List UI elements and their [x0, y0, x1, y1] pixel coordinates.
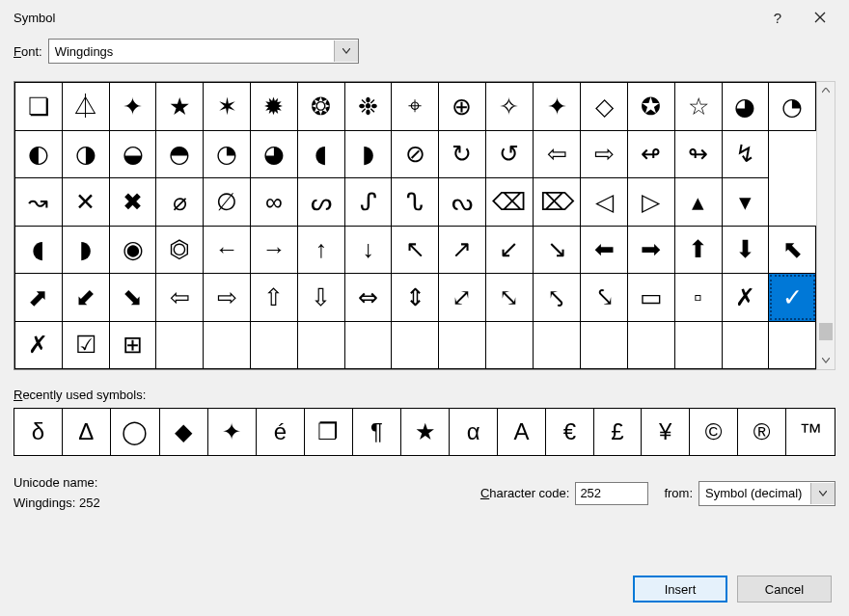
symbol-cell[interactable]: ⇦ [534, 130, 581, 178]
symbol-cell[interactable] [344, 321, 392, 369]
symbol-cell[interactable]: → [251, 226, 298, 274]
symbol-cell[interactable]: ↬ [674, 130, 722, 178]
symbol-cell[interactable]: ⌀ [156, 178, 204, 227]
scroll-up-button[interactable] [817, 82, 835, 99]
symbol-cell[interactable]: ❂ [297, 83, 344, 131]
symbol-cell[interactable] [674, 321, 722, 369]
symbol-cell[interactable]: ✓ [769, 274, 816, 322]
symbol-cell[interactable]: ↘ [534, 226, 581, 274]
symbol-cell[interactable]: ▴ [674, 178, 722, 227]
symbol-cell[interactable]: ⬊ [109, 274, 156, 322]
symbol-cell[interactable] [534, 321, 581, 369]
symbol-cell[interactable]: ☑ [62, 321, 109, 369]
scroll-track[interactable] [817, 99, 835, 352]
symbol-cell[interactable]: ⇨ [204, 274, 251, 322]
symbol-cell[interactable]: ⤥ [581, 274, 628, 322]
symbol-cell[interactable]: ᔐ [392, 178, 439, 227]
symbol-cell[interactable]: ◖ [297, 130, 344, 178]
symbol-cell[interactable]: ∅ [204, 178, 251, 227]
grid-scrollbar[interactable] [816, 81, 835, 370]
symbol-cell[interactable] [581, 321, 628, 369]
symbol-cell[interactable]: ↝ [15, 178, 63, 227]
symbol-cell[interactable]: ✕ [62, 178, 109, 227]
symbol-cell[interactable]: ⤡ [485, 274, 533, 322]
symbol-cell[interactable] [392, 321, 439, 369]
symbol-cell[interactable]: ⊕ [439, 83, 486, 131]
symbol-cell[interactable] [722, 321, 769, 369]
symbol-cell[interactable] [251, 321, 298, 369]
symbol-cell[interactable]: ⬇ [722, 226, 769, 274]
help-button[interactable]: ? [756, 3, 799, 32]
symbol-cell[interactable]: ↖ [392, 226, 439, 274]
symbol-cell[interactable]: ⬈ [15, 274, 63, 322]
symbol-cell[interactable] [485, 321, 533, 369]
recent-symbol-cell[interactable]: ® [738, 409, 786, 456]
symbol-cell[interactable]: ◒ [109, 130, 156, 178]
symbol-cell[interactable]: ❏ [15, 83, 63, 131]
symbol-cell[interactable]: ⌫ [485, 178, 533, 227]
symbol-cell[interactable]: ⏃ [62, 83, 109, 131]
symbol-cell[interactable]: ⌦ [534, 178, 581, 227]
symbol-cell[interactable]: ⊞ [109, 321, 156, 369]
recent-symbol-cell[interactable]: ✦ [207, 409, 256, 456]
symbol-cell[interactable]: ᔑ [344, 178, 392, 227]
recent-symbol-cell[interactable]: ◆ [159, 409, 207, 456]
symbol-cell[interactable] [204, 321, 251, 369]
symbol-cell[interactable]: ◖ [15, 226, 63, 274]
symbol-cell[interactable] [627, 321, 674, 369]
symbol-cell[interactable]: ◕ [722, 83, 769, 131]
symbol-cell[interactable]: ✧ [485, 83, 533, 131]
symbol-cell[interactable]: ⬉ [769, 226, 816, 274]
scroll-thumb[interactable] [819, 323, 833, 340]
recent-symbol-cell[interactable]: ❐ [304, 409, 352, 456]
symbol-cell[interactable]: ◐ [15, 130, 63, 178]
symbol-cell[interactable]: ◑ [62, 130, 109, 178]
scroll-down-button[interactable] [817, 352, 835, 369]
symbol-cell[interactable]: ◕ [251, 130, 298, 178]
recent-symbol-cell[interactable]: ™ [786, 409, 835, 456]
symbol-cell[interactable]: ⤢ [439, 274, 486, 322]
recent-symbol-cell[interactable]: δ [14, 409, 63, 456]
insert-button[interactable]: Insert [633, 576, 727, 603]
symbol-cell[interactable]: ⤣ [534, 274, 581, 322]
recent-symbol-cell[interactable]: ¶ [353, 409, 401, 456]
recent-symbol-cell[interactable]: A [498, 409, 546, 456]
recent-symbol-cell[interactable]: ◯ [110, 409, 159, 456]
symbol-cell[interactable]: ↙ [485, 226, 533, 274]
symbol-cell[interactable]: ⬋ [62, 274, 109, 322]
symbol-cell[interactable]: ⊘ [392, 130, 439, 178]
symbol-cell[interactable]: ↫ [627, 130, 674, 178]
symbol-cell[interactable]: ↺ [485, 130, 533, 178]
symbol-cell[interactable]: ▭ [627, 274, 674, 322]
symbol-cell[interactable]: ❉ [344, 83, 392, 131]
symbol-cell[interactable] [156, 321, 204, 369]
symbol-cell[interactable]: ⇦ [156, 274, 204, 322]
recent-symbol-cell[interactable]: © [690, 409, 738, 456]
symbol-cell[interactable]: ⇨ [581, 130, 628, 178]
recent-symbol-cell[interactable]: Δ [62, 409, 110, 456]
symbol-cell[interactable]: ⏣ [156, 226, 204, 274]
from-dropdown-button[interactable] [810, 483, 835, 504]
symbol-cell[interactable]: ✹ [251, 83, 298, 131]
symbol-cell[interactable]: ✖ [109, 178, 156, 227]
symbol-cell[interactable]: ⇕ [392, 274, 439, 322]
char-code-input[interactable] [575, 482, 648, 505]
symbol-cell[interactable]: ★ [156, 83, 204, 131]
recent-symbol-cell[interactable]: £ [593, 409, 642, 456]
symbol-cell[interactable]: ✦ [534, 83, 581, 131]
symbol-cell[interactable]: ↗ [439, 226, 486, 274]
recent-symbol-cell[interactable]: α [450, 409, 498, 456]
symbol-cell[interactable]: ◗ [344, 130, 392, 178]
symbol-cell[interactable]: ◔ [204, 130, 251, 178]
symbol-cell[interactable]: ◓ [156, 130, 204, 178]
font-select[interactable]: Wingdings [48, 39, 359, 64]
recent-symbol-cell[interactable]: é [256, 409, 304, 456]
symbol-cell[interactable] [769, 321, 816, 369]
cancel-button[interactable]: Cancel [737, 576, 832, 603]
symbol-cell[interactable]: ← [204, 226, 251, 274]
recent-symbol-cell[interactable]: ¥ [642, 409, 690, 456]
symbol-cell[interactable]: ◗ [62, 226, 109, 274]
symbol-cell[interactable]: ↯ [722, 130, 769, 178]
symbol-cell[interactable]: ✦ [109, 83, 156, 131]
close-button[interactable] [799, 3, 841, 32]
